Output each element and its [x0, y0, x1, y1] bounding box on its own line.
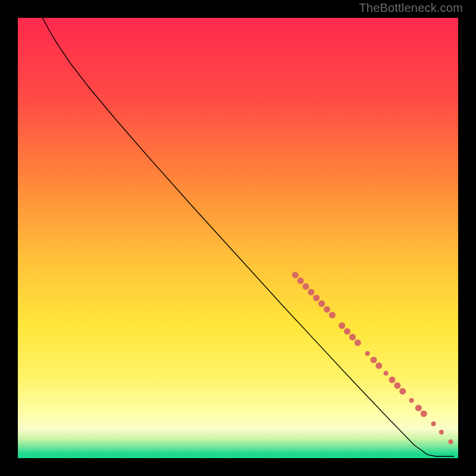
- highlight-point: [409, 398, 414, 403]
- highlight-point: [339, 322, 345, 329]
- gradient-background: [18, 18, 458, 458]
- highlight-point: [421, 411, 427, 417]
- highlight-point: [313, 295, 320, 301]
- highlight-point: [308, 289, 314, 296]
- highlight-point: [355, 340, 361, 346]
- highlight-point: [344, 328, 350, 334]
- highlight-point: [365, 351, 370, 356]
- highlight-point: [448, 440, 453, 444]
- chart-svg: [18, 18, 458, 458]
- highlight-point: [318, 300, 325, 307]
- highlight-point: [302, 283, 309, 290]
- highlight-point: [415, 405, 422, 411]
- chart-frame: TheBottleneck.com: [0, 0, 476, 476]
- highlight-point: [292, 272, 299, 278]
- attribution-text: TheBottleneck.com: [359, 1, 463, 15]
- plot-area: [18, 18, 458, 458]
- highlight-point: [329, 312, 336, 318]
- highlight-point: [375, 362, 382, 369]
- highlight-point: [298, 277, 304, 284]
- highlight-point: [370, 356, 377, 363]
- highlight-point: [384, 371, 389, 375]
- highlight-point: [389, 377, 396, 383]
- highlight-point: [349, 334, 356, 340]
- highlight-point: [439, 430, 444, 434]
- highlight-point: [399, 388, 406, 394]
- highlight-point: [394, 382, 400, 389]
- highlight-point: [324, 306, 330, 312]
- highlight-point: [431, 421, 436, 426]
